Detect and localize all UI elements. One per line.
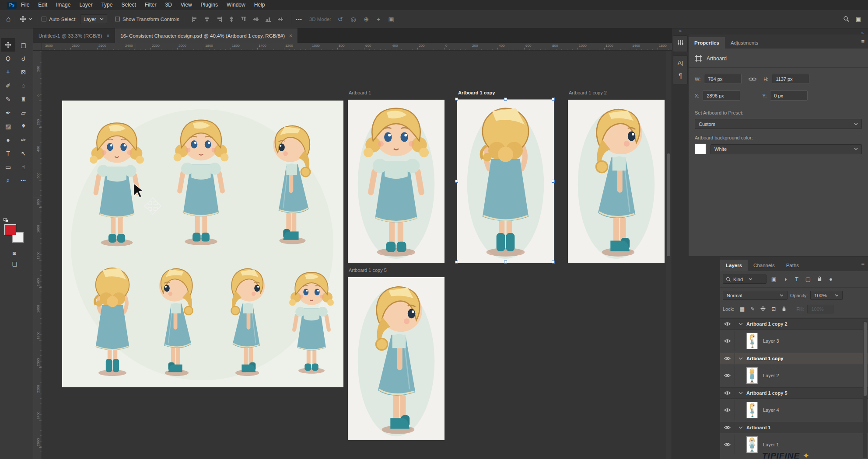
expand-chevron-icon[interactable] — [738, 426, 743, 429]
tab-untitled-1[interactable]: Untitled-1 @ 33.3% (RGB/8) × — [33, 28, 115, 43]
canvas-scrollbar[interactable] — [666, 51, 671, 459]
horizontal-ruler[interactable]: 3000280026002400220020001800160014001200… — [42, 43, 672, 51]
lock-all-icon[interactable] — [779, 306, 789, 313]
move-tool-icon[interactable] — [1, 38, 15, 52]
x-input[interactable]: 2896 px — [703, 90, 740, 101]
menu-window[interactable]: Window — [222, 0, 250, 10]
dodge-tool-icon[interactable]: ● — [1, 133, 15, 146]
menu-plugins[interactable]: Plugins — [196, 0, 222, 10]
visibility-toggle[interactable] — [720, 400, 735, 420]
clone-stamp-tool-icon[interactable]: ♜ — [16, 92, 31, 106]
more-options-icon[interactable]: ••• — [296, 17, 302, 22]
more-tools-tool-icon[interactable]: ••• — [16, 174, 31, 187]
layer-thumbnail[interactable] — [746, 367, 758, 384]
hand-tool-icon[interactable]: ☝ — [16, 160, 31, 174]
auto-select-checkbox[interactable] — [42, 17, 46, 21]
panel-menu-icon[interactable]: ≡ — [861, 38, 864, 45]
lock-artboard-icon[interactable]: ⊡ — [768, 306, 779, 312]
layer-group-row-artboard-1-copy-2[interactable]: Artboard 1 copy 2 — [720, 318, 868, 330]
tab-adjustments[interactable]: Adjustments — [725, 37, 764, 49]
menu-select[interactable]: Select — [117, 0, 140, 10]
auto-select-target-dropdown[interactable]: Layer — [80, 14, 107, 24]
canvas-scrollbar-thumb[interactable] — [667, 153, 670, 256]
quick-mask-icon[interactable]: ◙ — [9, 248, 20, 257]
align-top-icon[interactable] — [241, 16, 247, 22]
path-select-tool-icon[interactable]: ↖ — [16, 146, 31, 160]
layers-scrollbar[interactable] — [863, 321, 867, 458]
collapse-dock-icon[interactable]: « — [672, 28, 689, 35]
expand-chevron-icon[interactable] — [738, 323, 743, 326]
move-tool-icon[interactable] — [20, 16, 26, 22]
lasso-tool-icon[interactable]: Ǫ — [1, 52, 15, 65]
workspace-icon[interactable]: ▣ — [856, 16, 861, 22]
menu-file[interactable]: File — [17, 0, 34, 10]
menu-3d[interactable]: 3D — [161, 0, 176, 10]
photoshop-logo[interactable]: Ps — [7, 2, 17, 9]
layer-thumbnail[interactable] — [746, 402, 758, 418]
visibility-toggle[interactable] — [720, 353, 735, 364]
selection-handle[interactable] — [552, 261, 555, 264]
canvas-area[interactable]: Artboard 1 Artboard 1 copy Artboard 1 co… — [42, 51, 672, 459]
artboard-1-copy-2[interactable] — [568, 100, 665, 263]
selection-handle[interactable] — [552, 180, 555, 183]
layers-scrollbar-thumb[interactable] — [864, 322, 867, 396]
close-icon[interactable]: × — [106, 33, 109, 39]
link-dimensions-icon[interactable] — [749, 76, 756, 82]
align-left-icon[interactable] — [192, 16, 198, 22]
marquee-tool-icon[interactable]: ▢ — [16, 38, 31, 52]
frame-tool-icon[interactable]: ⊠ — [16, 65, 31, 79]
selection-handle[interactable] — [455, 97, 458, 101]
layer-row-layer-2[interactable]: Layer 2 — [720, 365, 868, 386]
selection-handle[interactable] — [455, 261, 458, 264]
artboard-1-copy-label[interactable]: Artboard 1 copy — [458, 90, 495, 95]
paragraph-panel-icon[interactable]: ¶ — [673, 69, 687, 82]
selection-handle[interactable] — [552, 97, 555, 101]
align-bottom-icon[interactable] — [265, 16, 271, 22]
menu-type[interactable]: Type — [97, 0, 117, 10]
artboard-1-copy-2-label[interactable]: Artboard 1 copy 2 — [569, 90, 607, 95]
align-right-icon[interactable] — [216, 16, 222, 22]
distribute-v-icon[interactable] — [277, 16, 284, 22]
artboard-bg-color-swatch[interactable] — [695, 144, 706, 154]
align-center-h-icon[interactable] — [204, 16, 210, 22]
panel-menu-icon[interactable]: ≡ — [861, 261, 864, 267]
artboard-1-copy-5-label[interactable]: Artboard 1 copy 5 — [349, 268, 387, 273]
eyedropper-tool-icon[interactable]: ✐ — [1, 79, 15, 92]
type-layer-filter-icon[interactable]: T — [791, 276, 802, 282]
adjustment-layer-filter-icon[interactable]: ◑ — [780, 276, 791, 282]
quick-select-tool-icon[interactable]: ☌ — [16, 52, 31, 65]
visibility-toggle[interactable] — [720, 365, 735, 386]
smart-object-filter-icon[interactable]: ● — [825, 276, 836, 282]
layer-row-layer-4[interactable]: Layer 4 — [720, 400, 868, 420]
visibility-toggle[interactable] — [720, 319, 735, 329]
tab-paths[interactable]: Paths — [780, 260, 805, 271]
expand-chevron-icon[interactable] — [738, 357, 743, 360]
default-colors-icon[interactable] — [4, 218, 9, 223]
menu-help[interactable]: Help — [250, 0, 270, 10]
visibility-toggle[interactable] — [720, 422, 735, 433]
visibility-toggle[interactable] — [720, 388, 735, 398]
menu-filter[interactable]: Filter — [140, 0, 161, 10]
type-tool-icon[interactable]: T — [1, 146, 15, 160]
layer-thumbnail[interactable] — [746, 436, 758, 453]
tab-layers[interactable]: Layers — [720, 260, 748, 271]
chevron-down-icon[interactable] — [28, 18, 32, 21]
opacity-dropdown[interactable]: 100% — [810, 291, 843, 300]
menu-image[interactable]: Image — [52, 0, 75, 10]
selection-handle[interactable] — [455, 180, 458, 183]
expand-chevron-icon[interactable] — [738, 392, 743, 395]
artboard-1-label[interactable]: Artboard 1 — [349, 90, 371, 95]
close-icon[interactable]: × — [289, 33, 292, 39]
vertical-ruler[interactable]: 2000200400600800100012001400160018002000… — [33, 51, 42, 459]
healing-tool-icon[interactable]: ◌ — [16, 79, 31, 92]
artboard-1[interactable] — [348, 100, 444, 263]
search-icon[interactable] — [843, 16, 850, 22]
brush-settings-panel-button[interactable] — [673, 35, 688, 52]
lock-transparency-icon[interactable]: ▦ — [737, 306, 747, 312]
pixel-layer-filter-icon[interactable]: ▣ — [768, 276, 780, 282]
lock-paint-icon[interactable]: ✎ — [747, 306, 758, 312]
ruler-origin-box[interactable] — [33, 43, 42, 51]
menu-edit[interactable]: Edit — [34, 0, 52, 10]
y-input[interactable]: 0 px — [770, 90, 808, 101]
eraser-tool-icon[interactable]: ▱ — [16, 106, 31, 119]
